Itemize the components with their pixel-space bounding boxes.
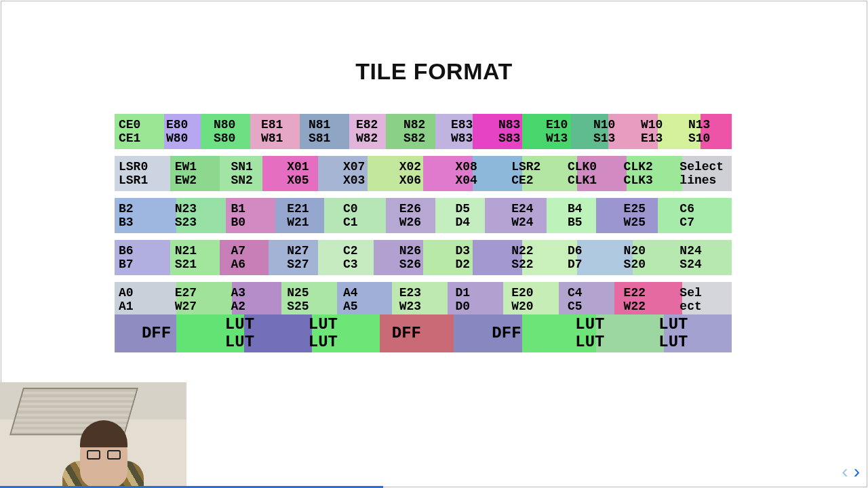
tile-cell: X07X03 [339, 156, 395, 191]
tile-cell: D1D0 [451, 282, 507, 317]
speaker-hair [80, 420, 127, 447]
tile-cell: N27S27 [283, 240, 339, 275]
slide-nav: ‹ › [842, 461, 860, 483]
tile-cell: N21S21 [171, 240, 227, 275]
tile-cell: N26S26 [395, 240, 452, 275]
tile-cell: E24W24 [507, 198, 564, 233]
tile-spacer [715, 314, 732, 352]
tile-bottom-cell: LUTLUT [281, 314, 365, 352]
speaker-webcam [0, 382, 186, 488]
tile-cell: W10E13 [637, 114, 684, 149]
tile-cell: N82S82 [399, 114, 447, 149]
tile-bottom-cell: DFF [365, 314, 448, 352]
tile-cell: A4A5 [339, 282, 395, 317]
tile-cell: N22S22 [507, 240, 564, 275]
tile-cell: N83S83 [494, 114, 542, 149]
glasses-icon [87, 450, 121, 460]
tile-bottom-cell: LUTLUT [548, 314, 631, 352]
tile-cell: E22W22 [620, 282, 676, 317]
tile-row: CE0CE1E80W80N80S80E81W81N81S81E82W82N82S… [115, 114, 732, 149]
tile-cell: SN1SN2 [226, 156, 283, 191]
tile-bottom-row: DFFLUTLUTLUTLUTDFFDFFLUTLUTLUTLUT [115, 314, 732, 352]
tile-cell: C6C7 [675, 198, 732, 233]
tile-row: B6B7N21S21A7A6N27S27C2C3N26S26D3D2N22S22… [115, 240, 732, 275]
tile-cell: EW1EW2 [171, 156, 227, 191]
tile-cell: D6D7 [564, 240, 620, 275]
tile-cell: N80S80 [210, 114, 257, 149]
tile-cell: B1B0 [226, 198, 283, 233]
tile-cell: N10S13 [589, 114, 637, 149]
tile-cell: LSR2CE2 [507, 156, 564, 191]
tile-cell: N81S81 [304, 114, 352, 149]
tile-cell: B6B7 [115, 240, 171, 275]
tile-spacer [448, 314, 465, 352]
tile-cell: E27W27 [171, 282, 227, 317]
tile-cell: CLK0CLK1 [564, 156, 620, 191]
tile-cell: N13S10 [684, 114, 732, 149]
tile-row: LSR0LSR1EW1EW2SN1SN2X01X05X07X03X02X06X0… [115, 156, 732, 191]
tile-cell: X02X06 [395, 156, 452, 191]
tile-cell: C4C5 [564, 282, 620, 317]
tile-cell: E81W81 [257, 114, 304, 149]
prev-slide-button[interactable]: ‹ [842, 461, 848, 483]
tile-bottom-cell: DFF [465, 314, 548, 352]
tile-cell: X08X04 [451, 156, 507, 191]
next-slide-button[interactable]: › [854, 461, 860, 483]
tile-cell: CE0CE1 [115, 114, 162, 149]
tile-cell: D3D2 [451, 240, 507, 275]
tile-cell: N24S24 [675, 240, 732, 275]
slide-title: TILE FORMAT [0, 58, 868, 85]
tile-row: B2B3N23S23B1B0E21W21C0C1E26W26D5D4E24W24… [115, 198, 732, 233]
tile-cell: N23S23 [171, 198, 227, 233]
tile-row: A0A1E27W27A3A2N25S25A4A5E23W23D1D0E20W20… [115, 282, 732, 317]
tile-cell: E21W21 [283, 198, 339, 233]
tile-cell: C0C1 [339, 198, 395, 233]
tile-cell: A0A1 [115, 282, 171, 317]
tile-cell: Select [675, 282, 732, 317]
tile-cell: E20W20 [507, 282, 564, 317]
tile-cell: B2B3 [115, 198, 171, 233]
tile-cell: LSR0LSR1 [115, 156, 171, 191]
tile-cell: E80W80 [162, 114, 210, 149]
tile-cell: E25W25 [620, 198, 676, 233]
tile-bottom-cell: DFF [115, 314, 198, 352]
tile-cell: E26W26 [395, 198, 452, 233]
tile-format-figure: CE0CE1E80W80N80S80E81W81N81S81E82W82N82S… [115, 114, 732, 359]
tile-cell: E82W82 [352, 114, 399, 149]
tile-bottom-cell: LUTLUT [631, 314, 715, 352]
tile-cell: E83W83 [447, 114, 494, 149]
tile-cell: D5D4 [451, 198, 507, 233]
tile-cell: B4B5 [564, 198, 620, 233]
tile-cell: Selectlines [675, 156, 732, 191]
tile-cell: CLK2CLK3 [620, 156, 676, 191]
tile-cell: E10W13 [542, 114, 589, 149]
tile-cell: N20S20 [620, 240, 676, 275]
tile-cell: C2C3 [339, 240, 395, 275]
tile-bottom-cell: LUTLUT [198, 314, 281, 352]
tile-cell: A3A2 [226, 282, 283, 317]
tile-cell: N25S25 [283, 282, 339, 317]
tile-cell: X01X05 [283, 156, 339, 191]
tile-cell: A7A6 [226, 240, 283, 275]
tile-cell: E23W23 [395, 282, 452, 317]
